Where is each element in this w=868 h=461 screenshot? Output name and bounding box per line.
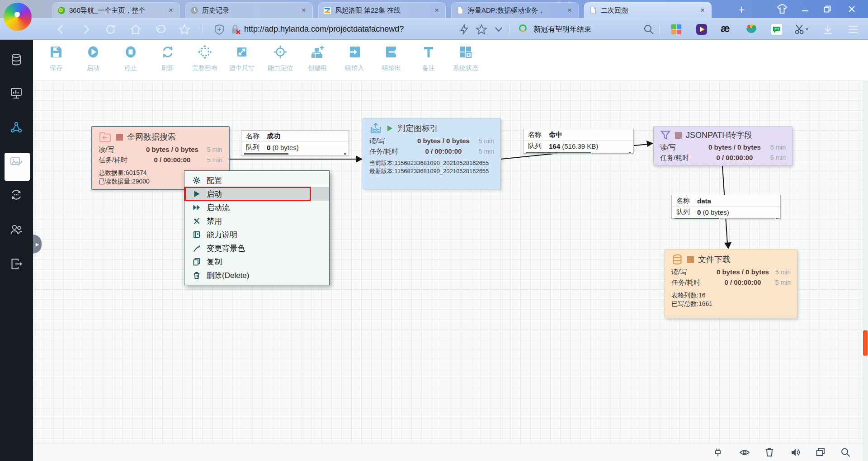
node-extra-info: 当前版本:11568233681090_20210528162655 最新版本:… [363, 157, 500, 175]
node-stat-row: 读/写 0 bytes / 0 bytes 5 min [363, 136, 500, 146]
node-judge-index[interactable]: 判定图标引 读/写 0 bytes / 0 bytes 5 min 任务/耗时 … [363, 118, 501, 189]
queue-progress-bar [242, 153, 348, 155]
undo-icon[interactable] [154, 24, 167, 35]
start-button[interactable]: 启动 [75, 44, 112, 72]
fast-forward-icon [193, 203, 201, 212]
back-icon[interactable] [54, 24, 68, 35]
nav-separator [659, 24, 660, 34]
skin-button[interactable] [774, 3, 790, 15]
create-group-button[interactable]: 创建组 [299, 44, 336, 72]
workflow-canvas[interactable]: 全网数据搜索 读/写 0 bytes / 0 bytes 5 min 任务/耗时… [33, 80, 863, 443]
tab-active-huisu[interactable]: 二次回溯 × [584, 2, 712, 18]
sidebar-item-logout[interactable] [9, 257, 23, 271]
menu-item-disable[interactable]: 禁用 [184, 214, 329, 228]
locate-button[interactable]: 能力定位 [262, 44, 299, 72]
sidebar-item-database[interactable] [9, 53, 23, 66]
node-jsonpath[interactable]: JSONPATH转字段 读/写 0 bytes / 0 bytes 5 min … [653, 126, 793, 166]
download-icon[interactable] [821, 24, 835, 35]
zoom-search-icon[interactable] [840, 447, 851, 458]
tab-nav360[interactable]: 360导航_一个主页，整个 × [52, 2, 180, 18]
close-window-button[interactable] [844, 3, 860, 15]
tab-close-icon[interactable]: × [167, 6, 175, 15]
vertical-scrollbar[interactable] [863, 80, 868, 461]
home-icon[interactable] [129, 24, 142, 35]
annotation-highlight-box [184, 187, 311, 201]
address-url[interactable]: http://adp.hylanda.com/projectdatafacnew… [244, 24, 404, 34]
minimize-button[interactable] [797, 3, 813, 15]
plugin-icon[interactable] [712, 447, 724, 458]
menu-item-copy[interactable]: 复制 [184, 255, 329, 268]
node-file-download[interactable]: 文件下载 读/写 0 bytes / 0 bytes 5 min 任务/耗时 0… [665, 249, 797, 318]
group-input-button[interactable]: 组输入 [336, 44, 373, 72]
save-button[interactable]: 保存 [38, 44, 75, 72]
menu-item-capability-doc[interactable]: 能力说明 [184, 228, 329, 241]
group-input-icon [346, 44, 363, 60]
edge-label-success[interactable]: 名称成功 队列 0 (0 bytes) [241, 130, 349, 156]
group-output-button[interactable]: 组输出 [373, 44, 410, 72]
tab-adp-doc[interactable]: 海量ADP:数据驱动业务， × [451, 2, 579, 18]
tab-history[interactable]: 历史记录 × [185, 2, 313, 18]
extension-video-icon[interactable] [695, 24, 708, 35]
search-icon[interactable] [642, 24, 656, 35]
forward-icon[interactable] [79, 24, 93, 35]
scrollbar-thumb[interactable] [863, 330, 868, 356]
insecure-lock-icon[interactable] [229, 24, 242, 35]
menu-hamburger-icon[interactable] [846, 24, 860, 35]
menu-item-configure[interactable]: 配置 [184, 174, 329, 187]
sidebar-item-users[interactable] [9, 223, 23, 236]
extension-chat-icon[interactable] [770, 24, 783, 35]
extension-ae-icon[interactable]: æ [721, 23, 730, 35]
tab-title: 历史记录 [202, 6, 296, 15]
chevron-down-icon[interactable] [492, 24, 505, 35]
running-play-icon [386, 125, 393, 132]
favorites-star-icon[interactable] [178, 24, 191, 35]
speaker-icon[interactable] [790, 447, 802, 458]
extension-grid-icon[interactable] [670, 24, 683, 35]
screenshot-scissors-icon[interactable] [794, 24, 809, 35]
minimize-icon [801, 5, 809, 13]
browser-logo[interactable] [4, 3, 32, 31]
sidebar-item-flow-active[interactable] [9, 121, 23, 134]
tab-video[interactable]: 风起洛阳 第22集 在线 × [318, 2, 446, 18]
start-icon [85, 44, 101, 60]
menu-item-change-background[interactable]: 变更背景色 [184, 241, 329, 255]
sidebar-item-sync[interactable] [9, 188, 23, 202]
search-box[interactable]: 新冠有望明年结束 [533, 25, 591, 34]
node-stat-row: 任务/耗时 0 / 00:00:00 5 min [92, 155, 229, 165]
stop-button[interactable]: 停止 [112, 44, 149, 72]
menu-item-start-flow[interactable]: 启动流 [184, 201, 329, 214]
system-status-button[interactable]: 系统状态 [447, 44, 484, 72]
full-canvas-button[interactable]: 完整画布 [186, 44, 223, 72]
restore-button[interactable] [819, 3, 835, 15]
window-restore-icon[interactable] [815, 447, 826, 458]
lightning-icon[interactable] [458, 24, 471, 35]
sidebar-item-image-edit[interactable] [9, 155, 23, 169]
menu-item-delete[interactable]: 删除(Delete) [184, 268, 329, 282]
reload-icon[interactable] [104, 24, 118, 35]
tab-close-icon[interactable]: × [300, 6, 308, 15]
tab-close-icon[interactable]: × [698, 6, 707, 15]
clock-favicon-icon [190, 6, 198, 14]
tab-close-icon[interactable]: × [433, 6, 441, 15]
fit-size-button[interactable]: 适中尺寸 [223, 44, 260, 72]
new-tab-button[interactable]: + [733, 4, 750, 16]
refresh-button[interactable]: 刷新 [149, 44, 186, 72]
locate-icon [272, 44, 288, 60]
restore-icon [823, 5, 831, 13]
inspect-eye-icon[interactable] [739, 447, 750, 458]
sidebar-item-monitor-chart[interactable] [9, 86, 23, 100]
trash-icon[interactable] [764, 447, 775, 458]
extension-fruit-bowl-icon[interactable] [745, 24, 758, 35]
note-button[interactable]: 备注 [410, 44, 447, 72]
queue-progress-bar [524, 152, 632, 153]
browser-window: 360导航_一个主页，整个 × 历史记录 × 风起洛阳 第22集 在线 × 海量… [0, 0, 868, 461]
edge-label-hit[interactable]: 名称命中 队列 164 (516.39 KB) [523, 129, 634, 154]
shield-add-icon[interactable] [212, 24, 226, 35]
node-stat-row: 读/写 0 bytes / 0 bytes 5 min [654, 142, 792, 153]
bookmark-star-icon[interactable] [475, 24, 488, 35]
edge-label-data[interactable]: 名称data 队列 0 (0 bytes) [671, 195, 781, 219]
tab-close-icon[interactable]: × [566, 6, 574, 15]
document-favicon-icon [456, 6, 464, 14]
funnel-filter-icon [660, 130, 671, 141]
tab-title: 二次回溯 [601, 6, 695, 15]
